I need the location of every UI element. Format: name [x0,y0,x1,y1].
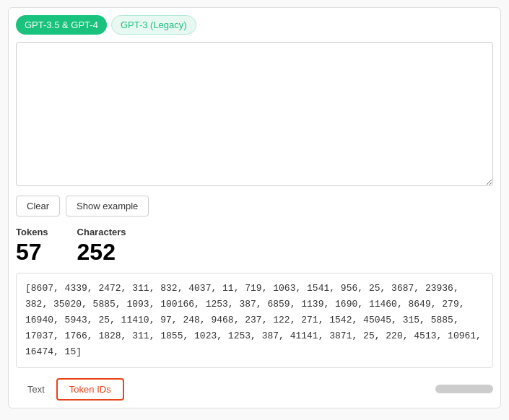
scrollbar-thumb[interactable] [435,385,493,393]
tokens-value: 57 [16,239,48,266]
characters-value: 252 [77,239,126,266]
tokens-stat: Tokens 57 [16,227,48,266]
clear-button[interactable]: Clear [16,196,60,216]
tab-gpt3-legacy[interactable]: GPT-3 (Legacy) [111,15,196,35]
stats-row: Tokens 57 Characters 252 [16,227,493,266]
bottom-tab-bar: Text Token IDs [16,378,124,401]
tab-gpt35-gpt4[interactable]: GPT-3.5 & GPT-4 [16,15,107,35]
tab-text[interactable]: Text [16,378,56,401]
input-textarea[interactable] [16,42,493,186]
token-ids-output: [8607, 4339, 2472, 311, 832, 4037, 11, 7… [16,273,493,368]
tab-bar: GPT-3.5 & GPT-4 GPT-3 (Legacy) [16,15,493,35]
action-buttons: Clear Show example [16,196,493,216]
characters-label: Characters [77,227,126,237]
main-container: GPT-3.5 & GPT-4 GPT-3 (Legacy) Clear Sho… [8,7,501,408]
tokens-label: Tokens [16,227,48,237]
characters-stat: Characters 252 [77,227,126,266]
show-example-button[interactable]: Show example [66,196,149,216]
scrollbar-area [435,385,493,393]
tab-token-ids[interactable]: Token IDs [56,378,124,401]
